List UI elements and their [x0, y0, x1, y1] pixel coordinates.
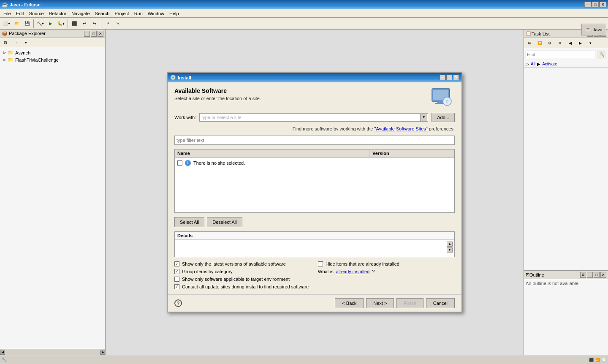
row-checkbox[interactable] — [177, 160, 182, 166]
panel-minimize-btn[interactable]: ─ — [84, 31, 90, 37]
app-icon: ☕ — [2, 2, 8, 8]
add-button[interactable]: Add... — [432, 113, 455, 122]
toolbar: ⬜▾ 📂 💾 🔨▾ ▶ 🐛▾ ⬛ ↩ ↪ ⤶ ⤷ ☕ Java — [0, 18, 608, 30]
task-search-row: 🔍 — [524, 48, 608, 61]
dialog-minimize-btn[interactable]: ─ — [440, 75, 445, 80]
menu-run[interactable]: Run — [132, 10, 145, 17]
dialog-maximize-btn[interactable]: □ — [446, 75, 452, 80]
checkbox-target-env[interactable] — [174, 277, 179, 282]
toolbar-btn-7[interactable]: ⤷ — [113, 19, 122, 28]
toolbar-btn-5[interactable]: ↪ — [90, 19, 99, 28]
debug-button[interactable]: 🐛▾ — [56, 19, 66, 28]
task-next-btn[interactable]: ▶ — [575, 38, 585, 48]
outline-close-btn[interactable]: ✕ — [600, 272, 606, 278]
maximize-button[interactable]: □ — [592, 2, 599, 8]
project-icon-asynch: 📁 — [8, 50, 14, 55]
dialog-footer: ? < Back Next > Finish Cancel — [168, 294, 461, 312]
task-new-btn[interactable]: ⊕ — [525, 38, 534, 48]
svg-point-6 — [447, 101, 448, 102]
menu-source[interactable]: Source — [27, 10, 46, 17]
scroll-up-btn[interactable]: ▲ — [447, 242, 453, 247]
checkbox-group-category[interactable] — [174, 269, 179, 274]
task-toolbar: ⊕ 🔽 ⚙ ✕ ◀ ▶ ▾ — [524, 38, 608, 48]
close-button[interactable]: ✕ — [600, 2, 606, 8]
status-icon: 🔧 — [2, 357, 7, 362]
already-installed-link[interactable]: already installed — [336, 269, 370, 274]
task-activate-link[interactable]: Activate... — [542, 62, 561, 66]
outline-settings-btn[interactable]: ⚙ — [580, 272, 586, 278]
option-show-latest: Show only the latest versions of availab… — [174, 261, 311, 266]
outline-minimize-btn[interactable]: ─ — [587, 272, 593, 278]
panel-maximize-btn[interactable]: □ — [91, 31, 97, 37]
deselect-all-button[interactable]: Deselect All — [207, 217, 242, 227]
what-is-prefix: What is — [318, 269, 334, 274]
title-bar: ☕ Java - Eclipse ─ □ ✕ — [0, 0, 608, 9]
sync-btn[interactable]: ↔ — [11, 38, 20, 47]
info-icon: i — [185, 160, 191, 166]
menu-navigate[interactable]: Navigate — [69, 10, 92, 17]
menu-help[interactable]: Help — [167, 10, 182, 17]
left-panel: 📦 Package Explorer ─ □ ✕ ⊟ ↔ ▾ ▷ 📁 Async… — [0, 30, 106, 355]
view-menu-btn[interactable]: ▾ — [21, 38, 30, 47]
task-prev-btn[interactable]: ◀ — [565, 38, 575, 48]
combo-arrow-icon[interactable]: ▼ — [420, 114, 427, 121]
task-delete-btn[interactable]: ✕ — [555, 38, 565, 48]
work-with-combo[interactable]: type or select a site ▼ — [199, 113, 428, 122]
outline-maximize-btn[interactable]: □ — [594, 272, 600, 278]
outline-header: ⊡ Outline ⚙ ─ □ ✕ — [524, 271, 608, 279]
checkbox-hide-installed[interactable] — [318, 261, 323, 266]
options-col-right: Hide items that are already installed Wh… — [318, 261, 455, 289]
finish-button[interactable]: Finish — [396, 298, 423, 308]
checkbox-show-latest[interactable] — [174, 261, 179, 266]
task-search-input[interactable] — [526, 51, 595, 58]
project-icon-flash: 📁 — [8, 57, 14, 62]
outline-icon: ⊡ — [526, 272, 529, 277]
toolbar-btn-3[interactable]: ⬛ — [70, 19, 79, 28]
menu-window[interactable]: Window — [145, 10, 167, 17]
dialog-title-controls: ─ □ ✕ — [440, 75, 459, 80]
table-row[interactable]: i There is no site selected. — [176, 159, 453, 167]
menu-file[interactable]: File — [1, 10, 14, 17]
toolbar-separator-1 — [33, 19, 34, 28]
menu-refactor[interactable]: Refactor — [46, 10, 69, 17]
panel-close-btn[interactable]: ✕ — [98, 31, 103, 37]
available-software-sites-link[interactable]: "Available Software Sites" — [375, 126, 428, 131]
help-button[interactable]: ? — [174, 299, 182, 307]
scroll-down-btn[interactable]: ▼ — [447, 247, 453, 253]
label-target-env: Show only software applicable to target … — [182, 277, 290, 282]
open-button[interactable]: 📂 — [12, 19, 22, 28]
toolbar-btn-6[interactable]: ⤶ — [103, 19, 112, 28]
label-contact-sites: Contact all update sites during install … — [182, 284, 309, 289]
task-all-link[interactable]: All — [531, 62, 535, 66]
dialog-title: Install — [178, 75, 191, 80]
java-perspective-button[interactable]: ☕ Java — [581, 24, 606, 35]
task-filter-btn[interactable]: 🔽 — [535, 38, 544, 48]
task-settings-btn[interactable]: ⚙ — [545, 38, 554, 48]
cancel-button[interactable]: Cancel — [426, 298, 455, 308]
next-button[interactable]: Next > — [366, 298, 394, 308]
filter-input[interactable] — [174, 136, 455, 145]
options-section: Show only the latest versions of availab… — [174, 261, 455, 289]
menu-project[interactable]: Project — [112, 10, 131, 17]
tree-item-flash[interactable]: ▷ 📁 FlashTriviaChallenge — [2, 56, 103, 63]
dialog-close-btn[interactable]: ✕ — [453, 75, 459, 80]
minimize-button[interactable]: ─ — [584, 2, 591, 8]
option-target-env: Show only software applicable to target … — [174, 277, 311, 282]
new-button[interactable]: ⬜▾ — [2, 19, 11, 28]
scroll-right-btn[interactable]: ▶ — [100, 350, 105, 355]
toolbar-btn-4[interactable]: ↩ — [80, 19, 89, 28]
run-button[interactable]: ▶ — [46, 19, 55, 28]
menu-edit[interactable]: Edit — [14, 10, 27, 17]
scroll-left-btn[interactable]: ◀ — [0, 350, 5, 355]
collapse-all-btn[interactable]: ⊟ — [1, 38, 10, 47]
tree-item-asynch[interactable]: ▷ 📁 Asynch — [2, 49, 103, 56]
task-search-btn[interactable]: 🔍 — [597, 50, 606, 59]
menu-search[interactable]: Search — [92, 10, 112, 17]
checkbox-contact-sites[interactable] — [174, 284, 179, 289]
save-button[interactable]: 💾 — [22, 19, 32, 28]
left-panel-hscrollbar[interactable]: ◀ ▶ — [0, 349, 105, 355]
select-all-button[interactable]: Select All — [174, 217, 204, 227]
task-menu-btn[interactable]: ▾ — [586, 38, 595, 48]
build-button[interactable]: 🔨▾ — [35, 19, 45, 28]
back-button[interactable]: < Back — [335, 298, 364, 308]
